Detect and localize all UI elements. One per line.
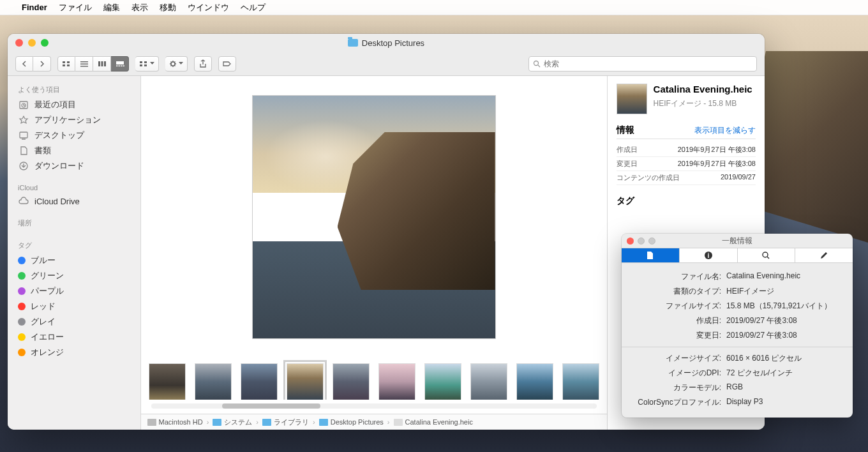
svg-rect-18 bbox=[144, 64, 147, 66]
sidebar-tag-orange[interactable]: オレンジ bbox=[8, 345, 140, 360]
preview-image[interactable] bbox=[252, 95, 496, 339]
show-less-link[interactable]: 表示項目を減らす bbox=[694, 125, 756, 136]
path-segment[interactable]: Desktop Pictures bbox=[331, 418, 384, 426]
action-button[interactable] bbox=[165, 56, 188, 72]
arrange-button[interactable] bbox=[135, 56, 159, 72]
info-tags-header: タグ bbox=[617, 195, 634, 207]
inspector-row: ファイル名:Catalina Evening.heic bbox=[631, 269, 844, 284]
sidebar: よく使う項目 最近の項目 アプリケーション デスクトップ 書類 ダウンロード i… bbox=[8, 76, 141, 430]
sidebar-tag-red[interactable]: レッド bbox=[8, 299, 140, 314]
sidebar-tag-blue[interactable]: ブルー bbox=[8, 253, 140, 268]
menu-view[interactable]: 表示 bbox=[131, 2, 148, 13]
svg-point-20 bbox=[534, 61, 539, 65]
svg-rect-10 bbox=[116, 61, 124, 64]
inspector-tab-info[interactable]: i bbox=[680, 248, 738, 262]
sidebar-header-locations: 場所 bbox=[8, 215, 140, 230]
view-icons-button[interactable] bbox=[57, 56, 75, 72]
inspector-row: カラーモデル:RGB bbox=[631, 380, 844, 395]
svg-rect-15 bbox=[140, 61, 142, 63]
thumbnail-selected[interactable] bbox=[287, 363, 324, 400]
thumbnail[interactable] bbox=[378, 363, 415, 400]
path-segment[interactable]: Macintosh HD bbox=[159, 418, 203, 426]
forward-button[interactable] bbox=[33, 56, 51, 72]
search-icon bbox=[761, 251, 770, 260]
view-gallery-button[interactable] bbox=[111, 56, 129, 72]
inspector-titlebar[interactable]: 一般情報 bbox=[622, 234, 853, 248]
share-button[interactable] bbox=[194, 56, 212, 72]
hd-icon bbox=[147, 419, 156, 426]
inspector-title: 一般情報 bbox=[722, 236, 752, 246]
view-columns-button[interactable] bbox=[93, 56, 111, 72]
svg-text:i: i bbox=[707, 252, 709, 259]
thumbnail[interactable] bbox=[516, 363, 553, 400]
doc-icon bbox=[647, 251, 654, 260]
thumbnail[interactable] bbox=[333, 363, 370, 400]
sidebar-tag-yellow[interactable]: イエロー bbox=[8, 329, 140, 345]
sidebar-item-downloads[interactable]: ダウンロード bbox=[8, 158, 140, 174]
inspector-tab-general[interactable] bbox=[622, 248, 680, 262]
menu-go[interactable]: 移動 bbox=[160, 2, 176, 13]
sidebar-tag-green[interactable]: グリーン bbox=[8, 268, 140, 283]
inspector-tab-edit[interactable] bbox=[795, 248, 853, 262]
svg-rect-1 bbox=[67, 61, 70, 63]
svg-rect-11 bbox=[116, 65, 118, 66]
svg-rect-7 bbox=[98, 61, 100, 66]
menu-edit[interactable]: 編集 bbox=[103, 2, 120, 13]
path-segment[interactable]: Catalina Evening.heic bbox=[405, 418, 473, 426]
svg-rect-8 bbox=[101, 61, 103, 66]
thumbnail[interactable] bbox=[149, 363, 186, 400]
inspector-tab-search[interactable] bbox=[738, 248, 796, 262]
view-list-button[interactable] bbox=[75, 56, 93, 72]
sidebar-header-tags: タグ bbox=[8, 237, 140, 253]
info-thumbnail bbox=[617, 84, 647, 114]
svg-rect-14 bbox=[123, 65, 124, 66]
inspector-row: イメージのDPI:72 ピクセル/インチ bbox=[631, 366, 844, 380]
file-icon bbox=[394, 419, 403, 426]
thumbnail-scrollbar[interactable] bbox=[151, 403, 597, 409]
inspector-row: 変更日:2019/09/27 午後3:08 bbox=[631, 328, 844, 343]
menu-window[interactable]: ウインドウ bbox=[188, 2, 229, 13]
svg-rect-23 bbox=[20, 132, 27, 138]
thumbnail[interactable] bbox=[241, 363, 278, 400]
sidebar-item-documents[interactable]: 書類 bbox=[8, 143, 140, 158]
close-button[interactable] bbox=[627, 237, 634, 245]
download-icon bbox=[18, 161, 29, 171]
zoom-button[interactable] bbox=[41, 39, 49, 47]
sidebar-item-icloud-drive[interactable]: iCloud Drive bbox=[8, 194, 140, 208]
sidebar-item-desktop[interactable]: デスクトップ bbox=[8, 128, 140, 143]
inspector-row: 書類のタイプ:HEIFイメージ bbox=[631, 284, 844, 299]
search-field[interactable] bbox=[528, 56, 757, 72]
sidebar-tag-purple[interactable]: パープル bbox=[8, 283, 140, 299]
info-icon: i bbox=[704, 251, 713, 260]
preview-area bbox=[141, 76, 607, 358]
tags-button[interactable] bbox=[218, 56, 236, 72]
app-name[interactable]: Finder bbox=[22, 3, 47, 12]
titlebar[interactable]: Desktop Pictures bbox=[8, 34, 765, 52]
minimize-button[interactable] bbox=[28, 39, 36, 47]
menubar: Finder ファイル 編集 表示 移動 ウインドウ ヘルプ bbox=[0, 0, 868, 15]
menu-file[interactable]: ファイル bbox=[59, 2, 92, 13]
thumbnail[interactable] bbox=[195, 363, 232, 400]
sidebar-item-applications[interactable]: アプリケーション bbox=[8, 112, 140, 128]
thumbnail-strip[interactable] bbox=[141, 358, 607, 400]
window-title: Desktop Pictures bbox=[362, 38, 424, 48]
path-segment[interactable]: システム bbox=[224, 418, 252, 427]
zoom-button[interactable] bbox=[648, 237, 655, 245]
toolbar bbox=[8, 52, 765, 76]
sidebar-item-recents[interactable]: 最近の項目 bbox=[8, 97, 140, 112]
sidebar-tag-gray[interactable]: グレイ bbox=[8, 314, 140, 329]
thumbnail[interactable] bbox=[562, 363, 599, 400]
inspector-row: ファイルサイズ:15.8 MB（15,791,921バイト） bbox=[631, 299, 844, 313]
svg-rect-4 bbox=[80, 61, 88, 63]
path-segment[interactable]: ライブラリ bbox=[274, 418, 309, 427]
search-input[interactable] bbox=[544, 59, 752, 68]
menu-help[interactable]: ヘルプ bbox=[241, 2, 266, 13]
svg-rect-6 bbox=[80, 66, 88, 67]
info-filename: Catalina Evening.heic bbox=[654, 84, 752, 96]
svg-rect-17 bbox=[140, 64, 142, 66]
minimize-button[interactable] bbox=[638, 237, 645, 245]
thumbnail[interactable] bbox=[424, 363, 461, 400]
back-button[interactable] bbox=[15, 56, 33, 72]
thumbnail[interactable] bbox=[470, 363, 507, 400]
close-button[interactable] bbox=[15, 39, 23, 47]
